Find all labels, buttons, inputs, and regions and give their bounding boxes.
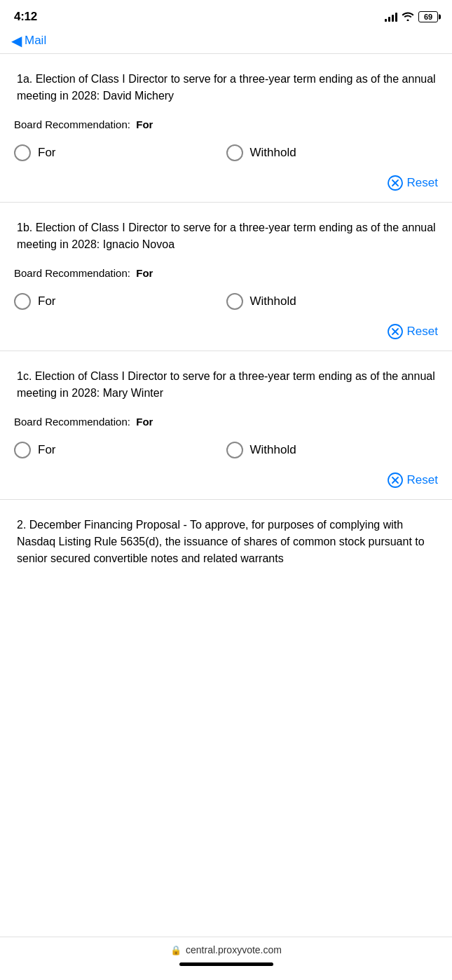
proposal-1c-for-option[interactable]: For: [14, 442, 226, 458]
proposal-2-number: 2.: [17, 519, 29, 531]
proposal-1a-reset-row: Reset: [14, 175, 438, 191]
proposal-1b-for-label: For: [38, 294, 56, 308]
url-text: central.proxyvote.com: [186, 944, 282, 955]
proposal-1a-withhold-radio[interactable]: [226, 144, 243, 161]
proposal-1a-number: 1a.: [17, 73, 36, 85]
reset-circle-icon: [388, 324, 403, 339]
proposal-1c-vote-options: For Withhold: [14, 442, 438, 458]
proposal-1a-for-radio[interactable]: [14, 144, 31, 161]
proposal-1c: 1c. Election of Class I Director to serv…: [0, 351, 452, 500]
back-button[interactable]: ◀ Mail: [11, 34, 441, 48]
proposal-1a-vote-options: For Withhold: [14, 144, 438, 161]
proposal-1b-withhold-option[interactable]: Withhold: [226, 293, 439, 310]
back-arrow-icon: ◀: [11, 34, 22, 48]
home-indicator: [179, 962, 273, 966]
proposal-1a-for-label: For: [38, 146, 56, 160]
signal-icon: [385, 12, 397, 22]
proposal-1b-for-radio[interactable]: [14, 293, 31, 310]
bottom-bar: 🔒 central.proxyvote.com: [0, 937, 452, 980]
lock-icon: 🔒: [170, 945, 182, 955]
proposal-1c-reset-button[interactable]: Reset: [388, 472, 438, 488]
proposal-1c-withhold-option[interactable]: Withhold: [226, 442, 439, 458]
back-navigation[interactable]: ◀ Mail: [0, 31, 452, 54]
proposal-1a-title: 1a. Election of Class I Director to serv…: [14, 71, 438, 104]
proposal-1b-title: 1b. Election of Class I Director to serv…: [14, 219, 438, 253]
proposal-1a: 1a. Election of Class I Director to serv…: [0, 54, 452, 203]
proposal-1c-title: 1c. Election of Class I Director to serv…: [14, 368, 438, 402]
proposal-1b-withhold-label: Withhold: [250, 294, 296, 308]
status-icons: 69: [385, 11, 438, 23]
proposal-1b-board-rec: Board Recommendation: For: [14, 267, 438, 279]
battery-icon: 69: [418, 11, 438, 22]
proposal-1c-withhold-radio[interactable]: [226, 442, 243, 458]
proposal-1a-reset-button[interactable]: Reset: [388, 175, 438, 191]
proposal-1b-for-option[interactable]: For: [14, 293, 226, 310]
proposal-1c-for-label: For: [38, 443, 56, 457]
proposal-1c-withhold-label: Withhold: [250, 443, 296, 457]
proposal-1a-withhold-label: Withhold: [250, 146, 296, 160]
proposal-1a-withhold-option[interactable]: Withhold: [226, 144, 439, 161]
reset-circle-icon: [388, 472, 403, 488]
proposal-1b-withhold-radio[interactable]: [226, 293, 243, 310]
browser-url: 🔒 central.proxyvote.com: [0, 944, 452, 955]
proposal-1c-reset-row: Reset: [14, 472, 438, 488]
wifi-icon: [402, 11, 414, 23]
proposal-1c-board-rec: Board Recommendation: For: [14, 416, 438, 428]
back-label: Mail: [25, 34, 46, 48]
reset-circle-icon: [388, 175, 403, 191]
proposal-1b-vote-options: For Withhold: [14, 293, 438, 310]
status-bar: 4:12 69: [0, 0, 452, 31]
proposal-1b-reset-button[interactable]: Reset: [388, 324, 438, 339]
proposal-1a-for-option[interactable]: For: [14, 144, 226, 161]
proposal-1c-number: 1c.: [17, 370, 35, 382]
proposal-1c-for-radio[interactable]: [14, 442, 31, 458]
proposal-1b: 1b. Election of Class I Director to serv…: [0, 203, 452, 351]
proposal-1b-reset-row: Reset: [14, 324, 438, 339]
proposal-1b-number: 1b.: [17, 222, 36, 233]
proposal-2: 2. December Financing Proposal - To appr…: [0, 500, 452, 592]
status-time: 4:12: [14, 10, 37, 24]
proposal-2-title: 2. December Financing Proposal - To appr…: [14, 517, 438, 567]
proposal-1a-board-rec: Board Recommendation: For: [14, 118, 438, 130]
